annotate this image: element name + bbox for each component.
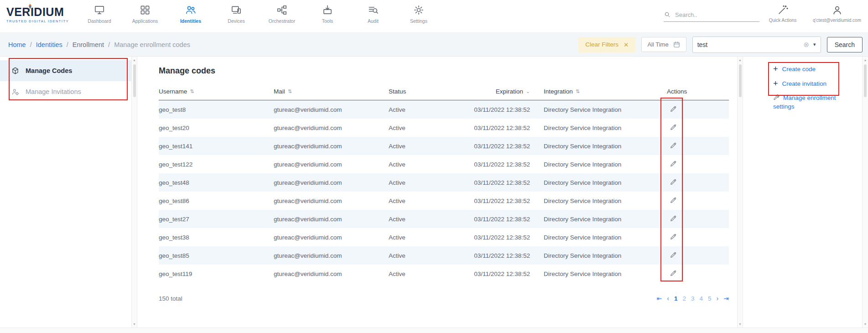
- table-row: geo_test141 gtureac@veridiumid.com Activ…: [159, 137, 729, 155]
- column-header-integration[interactable]: Integration⇅: [544, 88, 662, 95]
- edit-code-button[interactable]: [667, 232, 680, 243]
- filter-controls: Clear Filters ✕ All Time ⊗ ▾ Search: [578, 36, 863, 53]
- scroll-up-icon[interactable]: ▲: [132, 58, 137, 62]
- page-scrollbar[interactable]: ▲▼: [862, 57, 868, 328]
- column-header-mail[interactable]: Mail⇅: [274, 88, 389, 95]
- column-header-expiration[interactable]: Expiration⌄: [457, 88, 544, 95]
- pagination-page-1[interactable]: 1: [674, 295, 678, 302]
- table-row: geo_test86 gtureac@veridiumid.com Active…: [159, 192, 729, 210]
- scrollbar-thumb[interactable]: [133, 64, 136, 97]
- clear-filters-label: Clear Filters: [585, 41, 619, 48]
- scroll-down-icon[interactable]: ▼: [132, 323, 137, 326]
- pencil-icon: [670, 233, 677, 240]
- scrollbar-thumb[interactable]: [864, 64, 867, 97]
- edit-code-button[interactable]: [667, 177, 680, 188]
- table-row: geo_test8 gtureac@veridiumid.com Active …: [159, 100, 729, 119]
- invitation-icon: [11, 88, 20, 96]
- table-row: geo_test122 gtureac@veridiumid.com Activ…: [159, 155, 729, 173]
- content-scrollbar[interactable]: ▲▼: [737, 57, 743, 328]
- edit-code-button[interactable]: [667, 269, 680, 279]
- create-invitation-label: Create invitation: [782, 80, 827, 87]
- pagination: ⇤ ‹ 1 2 3 4 5 › ⇥: [657, 295, 729, 302]
- pagination-next-button[interactable]: ›: [717, 295, 719, 302]
- scrollbar-thumb[interactable]: [739, 64, 742, 97]
- pagination-last-button[interactable]: ⇥: [723, 295, 729, 302]
- pagination-page-5[interactable]: 5: [708, 295, 712, 302]
- cell-integration: Directory Service Integration: [544, 125, 662, 131]
- manage-enrollment-settings-link[interactable]: Manage enrollment settings: [773, 94, 851, 111]
- chevron-down-icon[interactable]: ▾: [813, 42, 816, 47]
- cell-expiration: 03/11/2022 12:38:52: [457, 252, 544, 259]
- scroll-down-icon[interactable]: ▼: [738, 323, 743, 326]
- pagination-page-3[interactable]: 3: [691, 295, 695, 302]
- cell-username: geo_test141: [159, 143, 274, 150]
- pagination-prev-button[interactable]: ‹: [667, 295, 669, 302]
- scroll-up-icon[interactable]: ▲: [738, 58, 743, 62]
- tools-icon: [322, 4, 333, 16]
- scroll-up-icon[interactable]: ▲: [863, 58, 868, 62]
- edit-code-button[interactable]: [667, 196, 680, 206]
- breadcrumb-home[interactable]: Home: [8, 41, 26, 48]
- horizontal-scrollbar[interactable]: [0, 328, 868, 333]
- pagination-page-4[interactable]: 4: [700, 295, 703, 302]
- global-search-input[interactable]: [675, 11, 750, 18]
- veridium-logo[interactable]: VERIDIUM TRUSTED DIGITAL IDENTITY: [6, 6, 69, 23]
- calendar-icon: [673, 41, 681, 48]
- column-header-username[interactable]: Username⇅: [159, 88, 274, 95]
- cell-integration: Directory Service Integration: [544, 179, 662, 186]
- cell-status: Active: [389, 198, 457, 204]
- nav-label: Settings: [410, 18, 427, 24]
- edit-code-button[interactable]: [667, 104, 680, 115]
- logo-text: VERIDIUM: [6, 6, 69, 18]
- pencil-icon: [670, 215, 677, 222]
- edit-code-button[interactable]: [667, 250, 680, 261]
- edit-code-button[interactable]: [667, 214, 680, 224]
- global-search[interactable]: [664, 11, 759, 22]
- sidebar-item-manage-invitations[interactable]: Manage Invitations: [0, 81, 131, 102]
- cell-username: geo_test119: [159, 271, 274, 277]
- nav-label: Devices: [228, 18, 244, 24]
- nav-item-identities[interactable]: Identities: [168, 4, 213, 24]
- cell-integration: Directory Service Integration: [544, 252, 662, 259]
- table-footer: 150 total ⇤ ‹ 1 2 3 4 5 › ⇥: [159, 295, 729, 302]
- search-button[interactable]: Search: [827, 37, 863, 52]
- cell-expiration: 03/11/2022 12:38:52: [457, 106, 544, 113]
- nav-item-devices[interactable]: Devices: [213, 4, 259, 24]
- scroll-down-icon[interactable]: ▼: [863, 323, 868, 326]
- create-code-link[interactable]: + Create code: [773, 65, 862, 73]
- breadcrumb-identities[interactable]: Identities: [36, 41, 62, 48]
- nav-item-settings[interactable]: Settings: [396, 4, 442, 24]
- cell-integration: Directory Service Integration: [544, 198, 662, 204]
- quick-actions-button[interactable]: Quick Actions: [764, 5, 801, 23]
- cell-integration: Directory Service Integration: [544, 143, 662, 150]
- breadcrumb-separator: /: [108, 41, 110, 48]
- cell-mail: gtureac@veridiumid.com: [274, 106, 389, 113]
- pagination-first-button[interactable]: ⇤: [657, 295, 662, 302]
- clear-filters-button[interactable]: Clear Filters ✕: [578, 37, 635, 52]
- nav-label: Identities: [180, 18, 201, 24]
- nav-item-orchestrator[interactable]: Orchestrator: [259, 4, 305, 24]
- filter-search-input[interactable]: [697, 41, 804, 48]
- plus-icon: +: [773, 79, 778, 88]
- user-menu[interactable]: q'ctest@veridiumid.com: [809, 5, 865, 23]
- nav-label: Dashboard: [88, 18, 111, 24]
- cell-mail: gtureac@veridiumid.com: [274, 143, 389, 150]
- time-range-button[interactable]: All Time: [641, 37, 686, 52]
- create-invitation-link[interactable]: + Create invitation: [773, 79, 862, 88]
- nav-item-tools[interactable]: Tools: [305, 4, 350, 24]
- cell-integration: Directory Service Integration: [544, 271, 662, 277]
- nav-item-applications[interactable]: Applications: [122, 4, 168, 24]
- nav-label: Tools: [322, 18, 333, 24]
- pagination-page-2[interactable]: 2: [683, 295, 686, 302]
- edit-code-button[interactable]: [667, 159, 680, 170]
- clear-input-icon[interactable]: ⊗: [804, 41, 810, 49]
- sidebar-item-manage-codes[interactable]: Manage Codes: [0, 60, 131, 81]
- edit-code-button[interactable]: [667, 141, 680, 151]
- sidebar-scrollbar[interactable]: ▲▼: [131, 57, 137, 328]
- orchestrator-icon: [276, 4, 288, 16]
- top-navigation-bar: VERIDIUM TRUSTED DIGITAL IDENTITY Dashbo…: [0, 0, 868, 33]
- edit-code-button[interactable]: [667, 123, 680, 133]
- cell-mail: gtureac@veridiumid.com: [274, 234, 389, 241]
- nav-item-dashboard[interactable]: Dashboard: [77, 4, 122, 24]
- nav-item-audit[interactable]: Audit: [350, 4, 396, 24]
